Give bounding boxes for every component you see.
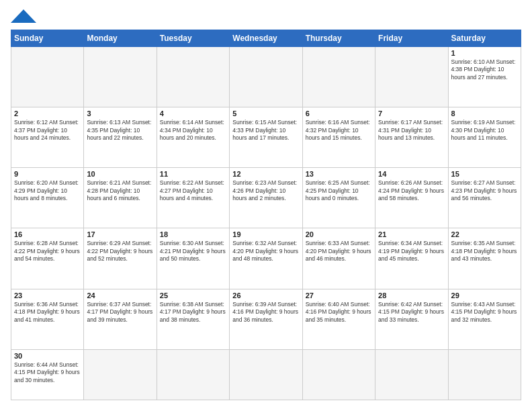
calendar-cell (84, 349, 157, 400)
calendar-cell (84, 47, 157, 107)
calendar-cell: 29Sunrise: 6:43 AM Sunset: 4:15 PM Dayli… (448, 289, 521, 349)
calendar-cell: 24Sunrise: 6:37 AM Sunset: 4:17 PM Dayli… (84, 289, 157, 349)
calendar-cell: 17Sunrise: 6:29 AM Sunset: 4:22 PM Dayli… (84, 228, 157, 289)
day-info: Sunrise: 6:27 AM Sunset: 4:23 PM Dayligh… (451, 179, 518, 202)
logo (11, 11, 36, 23)
calendar-cell: 16Sunrise: 6:28 AM Sunset: 4:22 PM Dayli… (11, 228, 84, 289)
calendar-cell: 28Sunrise: 6:42 AM Sunset: 4:15 PM Dayli… (375, 289, 448, 349)
day-info: Sunrise: 6:37 AM Sunset: 4:17 PM Dayligh… (87, 301, 153, 324)
calendar-cell (157, 47, 229, 107)
calendar-header-saturday: Saturday (448, 30, 521, 47)
calendar-cell (157, 349, 229, 400)
day-info: Sunrise: 6:36 AM Sunset: 4:18 PM Dayligh… (14, 301, 81, 324)
day-number: 21 (378, 230, 445, 238)
calendar-cell: 3Sunrise: 6:13 AM Sunset: 4:35 PM Daylig… (84, 107, 157, 168)
day-info: Sunrise: 6:39 AM Sunset: 4:16 PM Dayligh… (232, 301, 299, 324)
day-info: Sunrise: 6:43 AM Sunset: 4:15 PM Dayligh… (451, 301, 518, 324)
calendar-cell: 20Sunrise: 6:33 AM Sunset: 4:20 PM Dayli… (302, 228, 375, 289)
calendar-cell: 12Sunrise: 6:23 AM Sunset: 4:26 PM Dayli… (230, 168, 302, 228)
calendar-week-row: 23Sunrise: 6:36 AM Sunset: 4:18 PM Dayli… (11, 289, 521, 349)
day-number: 7 (378, 109, 445, 118)
day-number: 23 (14, 291, 81, 300)
day-number: 13 (306, 170, 372, 178)
calendar-week-row: 16Sunrise: 6:28 AM Sunset: 4:22 PM Dayli… (11, 228, 521, 289)
calendar-cell: 22Sunrise: 6:35 AM Sunset: 4:18 PM Dayli… (448, 228, 521, 289)
day-info: Sunrise: 6:40 AM Sunset: 4:16 PM Dayligh… (306, 301, 372, 324)
calendar-cell (230, 47, 302, 107)
calendar-header-row: SundayMondayTuesdayWednesdayThursdayFrid… (11, 30, 521, 47)
day-number: 4 (160, 109, 226, 118)
calendar-week-row: 1Sunrise: 6:10 AM Sunset: 4:38 PM Daylig… (11, 47, 521, 107)
day-info: Sunrise: 6:20 AM Sunset: 4:29 PM Dayligh… (14, 179, 81, 202)
calendar-cell: 15Sunrise: 6:27 AM Sunset: 4:23 PM Dayli… (448, 168, 521, 228)
day-number: 15 (451, 170, 518, 178)
day-number: 5 (232, 109, 299, 118)
calendar-cell (302, 349, 375, 400)
calendar-table: SundayMondayTuesdayWednesdayThursdayFrid… (11, 30, 521, 400)
day-info: Sunrise: 6:16 AM Sunset: 4:32 PM Dayligh… (306, 119, 372, 142)
calendar-header-monday: Monday (84, 30, 157, 47)
calendar-cell: 1Sunrise: 6:10 AM Sunset: 4:38 PM Daylig… (448, 47, 521, 107)
day-number: 10 (87, 170, 153, 178)
calendar-cell: 18Sunrise: 6:30 AM Sunset: 4:21 PM Dayli… (157, 228, 229, 289)
day-info: Sunrise: 6:42 AM Sunset: 4:15 PM Dayligh… (378, 301, 445, 324)
calendar-cell: 23Sunrise: 6:36 AM Sunset: 4:18 PM Dayli… (11, 289, 84, 349)
day-number: 18 (160, 230, 226, 238)
day-number: 30 (14, 352, 81, 360)
day-info: Sunrise: 6:23 AM Sunset: 4:26 PM Dayligh… (232, 179, 299, 202)
day-info: Sunrise: 6:38 AM Sunset: 4:17 PM Dayligh… (160, 301, 226, 324)
calendar-week-row: 2Sunrise: 6:12 AM Sunset: 4:37 PM Daylig… (11, 107, 521, 168)
calendar-cell (448, 349, 521, 400)
svg-marker-0 (11, 9, 36, 23)
day-number: 19 (232, 230, 299, 238)
day-number: 6 (306, 109, 372, 118)
day-number: 9 (14, 170, 81, 178)
calendar-cell: 14Sunrise: 6:26 AM Sunset: 4:24 PM Dayli… (375, 168, 448, 228)
day-number: 12 (232, 170, 299, 178)
calendar-header-friday: Friday (375, 30, 448, 47)
day-info: Sunrise: 6:25 AM Sunset: 4:25 PM Dayligh… (306, 179, 372, 202)
calendar-week-row: 30Sunrise: 6:44 AM Sunset: 4:15 PM Dayli… (11, 349, 521, 400)
calendar-header-thursday: Thursday (302, 30, 375, 47)
calendar-cell (302, 47, 375, 107)
day-info: Sunrise: 6:35 AM Sunset: 4:18 PM Dayligh… (451, 240, 518, 263)
calendar-cell: 19Sunrise: 6:32 AM Sunset: 4:20 PM Dayli… (230, 228, 302, 289)
calendar-cell (230, 349, 302, 400)
day-number: 28 (378, 291, 445, 300)
day-info: Sunrise: 6:10 AM Sunset: 4:38 PM Dayligh… (451, 58, 518, 81)
day-number: 17 (87, 230, 153, 238)
calendar-header-wednesday: Wednesday (230, 30, 302, 47)
day-number: 20 (306, 230, 372, 238)
day-number: 27 (306, 291, 372, 300)
day-number: 29 (451, 291, 518, 300)
day-info: Sunrise: 6:32 AM Sunset: 4:20 PM Dayligh… (232, 240, 299, 263)
calendar-cell: 27Sunrise: 6:40 AM Sunset: 4:16 PM Dayli… (302, 289, 375, 349)
calendar-cell: 11Sunrise: 6:22 AM Sunset: 4:27 PM Dayli… (157, 168, 229, 228)
day-info: Sunrise: 6:22 AM Sunset: 4:27 PM Dayligh… (160, 179, 226, 202)
day-number: 24 (87, 291, 153, 300)
day-number: 8 (451, 109, 518, 118)
calendar-cell (375, 349, 448, 400)
day-info: Sunrise: 6:15 AM Sunset: 4:33 PM Dayligh… (232, 119, 299, 142)
day-number: 2 (14, 109, 81, 118)
header (11, 11, 521, 23)
day-number: 16 (14, 230, 81, 238)
day-info: Sunrise: 6:14 AM Sunset: 4:34 PM Dayligh… (160, 119, 226, 142)
calendar-cell: 7Sunrise: 6:17 AM Sunset: 4:31 PM Daylig… (375, 107, 448, 168)
day-info: Sunrise: 6:44 AM Sunset: 4:15 PM Dayligh… (14, 361, 81, 384)
calendar-cell: 2Sunrise: 6:12 AM Sunset: 4:37 PM Daylig… (11, 107, 84, 168)
day-number: 1 (451, 49, 518, 57)
day-info: Sunrise: 6:12 AM Sunset: 4:37 PM Dayligh… (14, 119, 81, 142)
day-info: Sunrise: 6:19 AM Sunset: 4:30 PM Dayligh… (451, 119, 518, 142)
day-info: Sunrise: 6:33 AM Sunset: 4:20 PM Dayligh… (306, 240, 372, 263)
calendar-cell: 5Sunrise: 6:15 AM Sunset: 4:33 PM Daylig… (230, 107, 302, 168)
day-number: 25 (160, 291, 226, 300)
calendar-cell (11, 47, 84, 107)
day-info: Sunrise: 6:21 AM Sunset: 4:28 PM Dayligh… (87, 179, 153, 202)
calendar-header-tuesday: Tuesday (157, 30, 229, 47)
calendar-cell: 30Sunrise: 6:44 AM Sunset: 4:15 PM Dayli… (11, 349, 84, 400)
day-number: 3 (87, 109, 153, 118)
calendar-cell: 13Sunrise: 6:25 AM Sunset: 4:25 PM Dayli… (302, 168, 375, 228)
day-info: Sunrise: 6:30 AM Sunset: 4:21 PM Dayligh… (160, 240, 226, 263)
calendar-cell: 4Sunrise: 6:14 AM Sunset: 4:34 PM Daylig… (157, 107, 229, 168)
